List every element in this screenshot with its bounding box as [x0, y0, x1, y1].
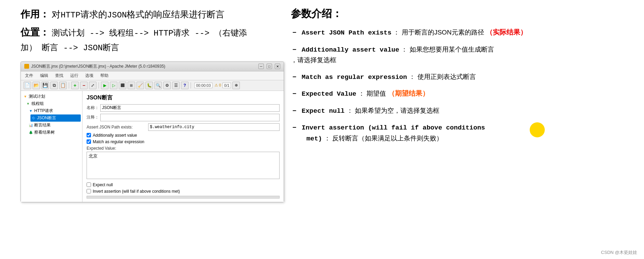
location-label: 位置：	[21, 27, 49, 38]
remove-button[interactable]	[80, 82, 88, 89]
copy-button[interactable]	[50, 82, 58, 89]
param-desc-6: 反转断言（如果满足以上条件则失败）	[332, 135, 443, 142]
assert-path-label: Assert JSON Path exists:	[87, 125, 148, 130]
http-icon: ▼	[28, 108, 33, 113]
expect-null-label: Expect null	[93, 182, 113, 187]
save-button[interactable]	[41, 82, 49, 89]
expand-button[interactable]	[89, 82, 96, 89]
location-text: 测试计划 --> 线程组--> HTTP请求 --> （右键添加） 断言 -->…	[21, 29, 247, 53]
stop-button[interactable]	[119, 82, 126, 89]
param-highlight-1: （实际结果）	[486, 28, 527, 36]
param-desc-5: 如果希望为空，请选择复选框	[355, 107, 439, 114]
assert-path-row: Assert JSON Path exists:	[87, 123, 280, 131]
match-regex-label: Match as regular expression	[93, 139, 144, 144]
window-title: JSON断言.jmx (D:\jmeter\JSON断言.jmx) - Apac…	[24, 64, 165, 69]
tree-label-thread-group: 线程组	[31, 101, 44, 107]
additionally-checkbox[interactable]	[87, 133, 91, 137]
expected-label: Expected Value:	[87, 146, 280, 151]
separator-3	[191, 82, 191, 88]
new-button[interactable]	[24, 82, 31, 89]
name-input[interactable]	[100, 104, 280, 112]
search-button[interactable]	[154, 82, 162, 89]
role-line: 作用： 对HTTP请求的JSON格式的响应结果进行断言	[21, 7, 263, 22]
zoom-button[interactable]: ⊕	[232, 82, 240, 89]
timer-display: 00:00:03	[194, 83, 212, 88]
menubar: 文件 编辑 查找 运行 选项 帮助	[21, 71, 284, 80]
param-desc-4: 期望值	[366, 90, 386, 97]
panel-title: JSON断言	[87, 94, 280, 101]
expected-textarea[interactable]: 北京	[87, 152, 280, 179]
highlight-dot	[530, 122, 545, 137]
param-key-3: Match as regular expression	[302, 73, 407, 81]
location-line: 位置： 测试计划 --> 线程组--> HTTP请求 --> （右键添加） 断言…	[21, 25, 263, 55]
minimize-button[interactable]: ─	[258, 64, 264, 69]
invert-row: Invert assertion (will fail if above con…	[87, 189, 280, 194]
app-icon	[24, 64, 29, 69]
invert-label: Invert assertion (will fail if above con…	[93, 189, 180, 194]
menu-run[interactable]: 运行	[69, 72, 80, 79]
param-key-4: Expected Value	[302, 90, 357, 98]
param-highlight-4: （期望结果）	[388, 90, 429, 97]
menu-help[interactable]: 帮助	[99, 72, 110, 79]
menu-edit[interactable]: 编辑	[39, 72, 50, 79]
open-button[interactable]	[33, 82, 40, 89]
assert-result-icon: 📊	[28, 123, 33, 127]
clear-button[interactable]	[137, 82, 144, 89]
folder-icon: ▼	[23, 94, 28, 99]
tree-item-view-tree[interactable]: 🌲 察看结果树	[28, 129, 81, 136]
role-label: 作用：	[21, 9, 49, 19]
tree-label-view-tree: 察看结果树	[34, 130, 55, 135]
assert-path-input[interactable]	[148, 123, 280, 131]
maximize-button[interactable]: □	[267, 64, 272, 69]
help-button[interactable]	[181, 82, 189, 89]
start-button[interactable]	[101, 82, 108, 89]
param-item-3: － Match as regular expression ： 使用正则表达式断…	[291, 71, 630, 82]
separator-2	[99, 82, 99, 88]
toolbar: 00:00:03 ⚠ 0 0/1 ⊕	[21, 80, 284, 91]
left-panel: 作用： 对HTTP请求的JSON格式的响应结果进行断言 位置： 测试计划 -->…	[0, 0, 274, 259]
paste-button[interactable]	[59, 82, 67, 89]
tree-label-test-plan: 测试计划	[29, 94, 45, 99]
warning-display: ⚠ 0	[215, 83, 221, 87]
tree-label-assert-result: 断言结果	[34, 122, 51, 128]
list-button[interactable]	[172, 82, 180, 89]
expect-null-row: Expect null	[87, 182, 280, 187]
right-panel: 参数介绍： － Assert JSON Path exists ： 用于断言的J…	[274, 0, 644, 259]
scrollbar[interactable]	[87, 196, 280, 199]
tree-item-http-request[interactable]: ▼ HTTP请求	[28, 107, 81, 114]
view-tree-icon: 🌲	[28, 130, 33, 135]
name-row: 名称：	[87, 104, 280, 112]
param-key-1: Assert JSON Path exists	[302, 29, 391, 37]
expect-null-checkbox[interactable]	[87, 182, 91, 187]
match-regex-row: Match as regular expression	[87, 139, 280, 144]
menu-file[interactable]: 文件	[24, 72, 35, 79]
tree-item-thread-group[interactable]: ▼ 线程组	[25, 100, 81, 107]
shutdown-button[interactable]	[128, 82, 135, 89]
csdn-watermark: CSDN @木瓷娃娃	[601, 249, 637, 256]
param-item-2: － Additionally assert value ： 如果您想要用某个值生…	[291, 44, 630, 65]
menu-search[interactable]: 查找	[54, 72, 65, 79]
tree-item-test-plan[interactable]: ▼ 测试计划	[22, 93, 81, 100]
tree-label-http-request: HTTP请求	[34, 108, 53, 114]
role-text: 对HTTP请求的JSON格式的响应结果进行断言	[52, 9, 224, 19]
main-area: ▼ 测试计划 ▼ 线程组 ▼ HTTP请求 🔷 JSON断言	[21, 91, 284, 202]
settings-button[interactable]	[163, 82, 171, 89]
match-regex-checkbox[interactable]	[87, 139, 91, 144]
add-button[interactable]	[71, 82, 79, 89]
start-no-pause-button[interactable]	[110, 82, 117, 89]
param-desc-1: 用于断言的JSON元素的路径	[402, 29, 484, 36]
param-desc-3: 使用正则表达式断言	[417, 73, 476, 80]
comment-input[interactable]	[100, 114, 280, 121]
thread-icon: ▼	[26, 101, 30, 106]
additionally-row: Additionally assert value	[87, 133, 280, 138]
comment-label: 注释：	[87, 114, 100, 120]
additionally-label: Additionally assert value	[93, 133, 137, 138]
debug-button[interactable]	[145, 82, 153, 89]
menu-options[interactable]: 选项	[84, 72, 95, 79]
param-key-2: Additionally assert value	[302, 46, 399, 54]
params-title: 参数介绍：	[291, 7, 630, 21]
invert-checkbox[interactable]	[87, 189, 91, 193]
tree-item-json-assert[interactable]: 🔷 JSON断言	[30, 114, 81, 122]
content-panel: JSON断言 名称： 注释： Assert JSON Path exists:	[82, 91, 284, 202]
tree-item-assert-result[interactable]: 📊 断言结果	[28, 122, 81, 129]
